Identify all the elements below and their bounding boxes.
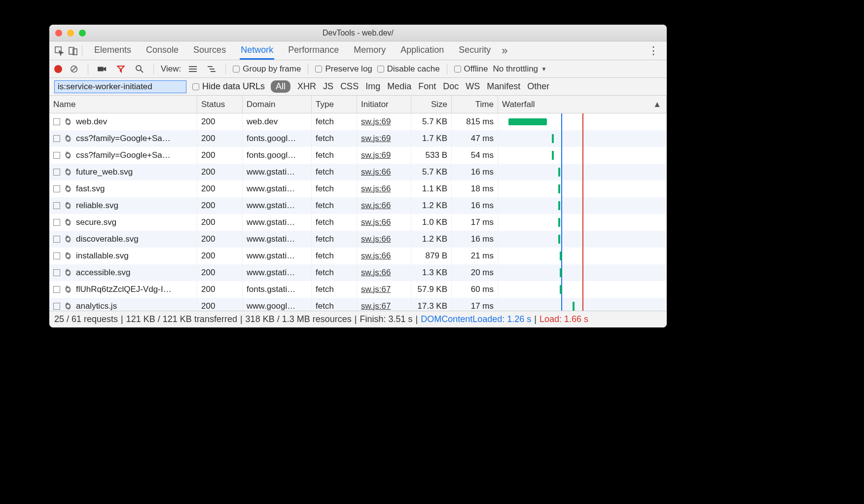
col-status[interactable]: Status — [197, 96, 243, 113]
tab-console[interactable]: Console — [145, 42, 180, 60]
table-row[interactable]: accessible.svg200www.gstati…fetchsw.js:6… — [49, 264, 667, 281]
tab-memory[interactable]: Memory — [353, 42, 387, 60]
filter-type-ws[interactable]: WS — [466, 81, 480, 92]
hide-data-urls-checkbox[interactable]: Hide data URLs — [192, 81, 265, 92]
initiator-link[interactable]: sw.js:66 — [361, 251, 391, 261]
initiator-link[interactable]: sw.js:69 — [361, 150, 391, 160]
initiator-link[interactable]: sw.js:66 — [361, 234, 391, 244]
row-checkbox[interactable] — [53, 252, 60, 259]
filter-type-media[interactable]: Media — [387, 81, 411, 92]
table-row[interactable]: analytics.js200www.googl…fetchsw.js:6717… — [49, 298, 667, 311]
col-waterfall[interactable]: Waterfall▲ — [498, 96, 667, 113]
table-row[interactable]: flUhRq6tzZclQEJ-Vdg-I…200fonts.gstati…fe… — [49, 281, 667, 298]
more-tabs-icon[interactable]: » — [502, 44, 507, 57]
initiator-link[interactable]: sw.js:66 — [361, 217, 391, 227]
search-icon[interactable] — [133, 62, 146, 76]
gear-icon — [64, 135, 72, 143]
waterfall-view-icon[interactable] — [205, 62, 218, 76]
col-size[interactable]: Size — [411, 96, 452, 113]
clear-icon[interactable] — [67, 62, 81, 76]
row-checkbox[interactable] — [53, 236, 60, 243]
request-size: 5.7 KB — [411, 113, 452, 130]
request-type: fetch — [312, 298, 357, 311]
request-name: future_web.svg — [76, 167, 133, 177]
row-checkbox[interactable] — [53, 303, 60, 310]
row-checkbox[interactable] — [53, 202, 60, 209]
row-checkbox[interactable] — [53, 135, 60, 142]
menu-icon[interactable]: ⋮ — [643, 44, 664, 57]
initiator-link[interactable]: sw.js:66 — [361, 184, 391, 194]
filter-type-font[interactable]: Font — [418, 81, 436, 92]
request-size: 879 B — [411, 248, 452, 264]
large-rows-icon[interactable] — [186, 62, 200, 76]
filter-type-doc[interactable]: Doc — [443, 81, 459, 92]
camera-icon[interactable] — [95, 62, 109, 76]
row-checkbox[interactable] — [53, 185, 60, 192]
request-type: fetch — [312, 264, 357, 281]
initiator-link[interactable]: sw.js:66 — [361, 167, 391, 177]
gear-icon — [64, 118, 72, 126]
request-time: 20 ms — [452, 264, 498, 281]
table-row[interactable]: future_web.svg200www.gstati…fetchsw.js:6… — [49, 164, 667, 180]
panel-tabs: ElementsConsoleSourcesNetworkPerformance… — [49, 41, 667, 60]
table-row[interactable]: fast.svg200www.gstati…fetchsw.js:661.1 K… — [49, 180, 667, 197]
tab-application[interactable]: Application — [399, 42, 445, 60]
svg-line-4 — [72, 67, 76, 71]
record-icon[interactable] — [54, 65, 62, 73]
table-row[interactable]: secure.svg200www.gstati…fetchsw.js:661.0… — [49, 214, 667, 231]
device-toggle-icon[interactable] — [66, 44, 80, 58]
tab-network[interactable]: Network — [240, 42, 274, 60]
table-row[interactable]: css?family=Google+Sa…200fonts.googl…fetc… — [49, 130, 667, 147]
initiator-link[interactable]: sw.js:69 — [361, 134, 391, 144]
offline-checkbox[interactable]: Offline — [454, 64, 488, 74]
table-row[interactable]: css?family=Google+Sa…200fonts.googl…fetc… — [49, 147, 667, 164]
row-checkbox[interactable] — [53, 169, 60, 176]
row-checkbox[interactable] — [53, 118, 60, 125]
filter-type-xhr[interactable]: XHR — [297, 81, 316, 92]
col-type[interactable]: Type — [312, 96, 357, 113]
table-row[interactable]: reliable.svg200www.gstati…fetchsw.js:661… — [49, 197, 667, 214]
group-by-frame-checkbox[interactable]: Group by frame — [233, 64, 301, 74]
col-initiator[interactable]: Initiator — [357, 96, 411, 113]
filter-input[interactable] — [54, 80, 186, 93]
col-time[interactable]: Time — [452, 96, 498, 113]
initiator-link[interactable]: sw.js:66 — [361, 268, 391, 278]
tab-elements[interactable]: Elements — [93, 42, 132, 60]
initiator-link[interactable]: sw.js:67 — [361, 301, 391, 311]
preserve-log-checkbox[interactable]: Preserve log — [315, 64, 372, 74]
table-row[interactable]: discoverable.svg200www.gstati…fetchsw.js… — [49, 231, 667, 248]
col-name[interactable]: Name — [49, 96, 197, 113]
filter-icon[interactable] — [114, 62, 128, 76]
initiator-link[interactable]: sw.js:67 — [361, 285, 391, 294]
request-time: 16 ms — [452, 197, 498, 214]
gear-icon — [64, 252, 72, 260]
request-domain: www.gstati… — [243, 248, 312, 264]
tab-sources[interactable]: Sources — [192, 42, 227, 60]
request-size: 1.3 KB — [411, 264, 452, 281]
initiator-link[interactable]: sw.js:69 — [361, 117, 391, 127]
inspect-icon[interactable] — [52, 44, 66, 58]
table-row[interactable]: installable.svg200www.gstati…fetchsw.js:… — [49, 248, 667, 264]
request-name: analytics.js — [76, 301, 117, 311]
filter-type-other[interactable]: Other — [527, 81, 549, 92]
initiator-link[interactable]: sw.js:66 — [361, 201, 391, 211]
row-checkbox[interactable] — [53, 269, 60, 276]
throttle-select[interactable]: No throttling ▼ — [493, 64, 547, 74]
filter-type-css[interactable]: CSS — [340, 81, 359, 92]
table-row[interactable]: web.dev200web.devfetchsw.js:695.7 KB815 … — [49, 113, 667, 130]
filter-type-js[interactable]: JS — [323, 81, 333, 92]
row-checkbox[interactable] — [53, 286, 60, 293]
disable-cache-checkbox[interactable]: Disable cache — [377, 64, 440, 74]
request-time: 47 ms — [452, 130, 498, 147]
col-domain[interactable]: Domain — [243, 96, 312, 113]
request-name: flUhRq6tzZclQEJ-Vdg-I… — [76, 285, 172, 294]
filter-type-all[interactable]: All — [271, 80, 290, 93]
row-checkbox[interactable] — [53, 152, 60, 159]
tab-performance[interactable]: Performance — [287, 42, 340, 60]
row-checkbox[interactable] — [53, 219, 60, 226]
tab-security[interactable]: Security — [458, 42, 492, 60]
gear-icon — [64, 269, 72, 277]
filter-type-manifest[interactable]: Manifest — [487, 81, 520, 92]
filter-type-img[interactable]: Img — [365, 81, 380, 92]
request-name: reliable.svg — [76, 201, 118, 211]
